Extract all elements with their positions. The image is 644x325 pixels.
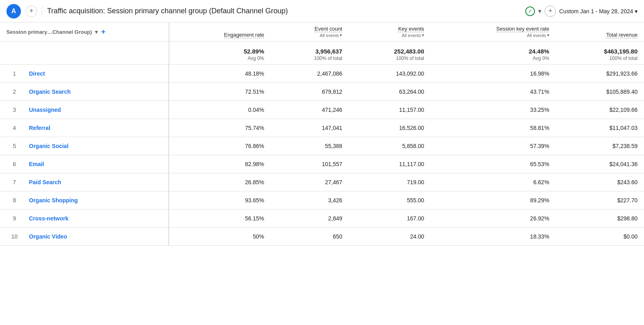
dimension-label: Session primary…Channel Group)	[6, 29, 92, 35]
totals-row: 52.89% Avg 0% 3,956,637 100% of total 25…	[0, 41, 644, 65]
add-account-button[interactable]: +	[26, 6, 37, 17]
event-count-5: 101,557	[270, 155, 349, 173]
engagement-rate-3: 75.74%	[169, 119, 270, 137]
avatar: A	[6, 4, 21, 19]
event-count-6: 27,467	[270, 173, 349, 191]
channel-name-5[interactable]: Email	[29, 161, 44, 167]
total-revenue-label: Total revenue	[606, 32, 638, 38]
totals-key-events: 252,483.00 100% of total	[349, 41, 431, 65]
engagement-rate-4: 76.86%	[169, 137, 270, 155]
dimension-dropdown-arrow[interactable]: ▾	[95, 29, 98, 35]
channel-name-8[interactable]: Cross-network	[29, 215, 68, 222]
session-key-rate-label: Session key event rate	[496, 26, 549, 32]
key-events-2: 11,157.00	[349, 101, 431, 119]
total-revenue-7: $227.70	[556, 191, 644, 210]
engagement-rate-1: 72.51%	[169, 83, 270, 101]
dim-cell-0: 1 Direct	[0, 65, 169, 82]
data-table: Session primary…Channel Group) ▾ + Engag…	[0, 23, 644, 246]
session-key-rate-6: 6.62%	[431, 173, 556, 191]
key-events-5: 11,117.00	[349, 155, 431, 173]
event-count-dropdown[interactable]: ▾	[340, 33, 342, 38]
add-dimension-button[interactable]: +	[101, 28, 105, 36]
add-filter-button[interactable]: +	[545, 6, 556, 17]
table-row: 9 Cross-network 56.15% 2,849 167.00 26.9…	[0, 210, 644, 228]
key-events-9: 24.00	[349, 228, 431, 246]
dim-cell-3: 4 Referral	[0, 119, 169, 137]
event-count-4: 55,388	[270, 137, 349, 155]
row-number-2: 3	[6, 107, 23, 113]
dim-cell-2: 3 Unassigned	[0, 101, 169, 119]
session-key-rate-5: 65.53%	[431, 155, 556, 173]
header-bar: A + Traffic acquisition: Session primary…	[0, 0, 644, 23]
session-key-rate-7: 89.29%	[431, 191, 556, 210]
dim-cell-5: 6 Email	[0, 155, 169, 173]
totals-engagement-rate: 52.89% Avg 0%	[169, 41, 270, 65]
filter-chevron-button[interactable]: ▾	[538, 7, 541, 15]
engagement-rate-5: 82.98%	[169, 155, 270, 173]
session-key-rate-0: 16.98%	[431, 65, 556, 83]
channel-name-4[interactable]: Organic Social	[29, 143, 68, 149]
engagement-rate-6: 26.85%	[169, 173, 270, 191]
dimension-column-header: Session primary…Channel Group) ▾ +	[0, 23, 169, 41]
row-number-3: 4	[6, 125, 23, 131]
page-title: Traffic acquisition: Session primary cha…	[47, 7, 520, 15]
row-number-6: 7	[6, 179, 23, 185]
event-count-9: 650	[270, 228, 349, 246]
key-events-1: 63,264.00	[349, 83, 431, 101]
session-key-rate-2: 33.25%	[431, 101, 556, 119]
key-events-label: Key events	[398, 26, 424, 32]
totals-dim-cell	[0, 41, 169, 65]
session-key-rate-4: 57.39%	[431, 137, 556, 155]
total-revenue-header[interactable]: Total revenue	[556, 23, 644, 41]
session-key-rate-9: 18.33%	[431, 228, 556, 246]
table-row: 6 Email 82.98% 101,557 11,117.00 65.53% …	[0, 155, 644, 173]
channel-name-0[interactable]: Direct	[29, 70, 45, 77]
engagement-rate-9: 50%	[169, 228, 270, 246]
engagement-rate-0: 48.18%	[169, 65, 270, 83]
engagement-rate-header[interactable]: Engagement rate	[169, 23, 270, 41]
engagement-rate-2: 0.04%	[169, 101, 270, 119]
date-range-chevron: ▾	[635, 8, 638, 14]
totals-event-count: 3,956,637 100% of total	[270, 41, 349, 65]
event-count-0: 2,467,086	[270, 65, 349, 83]
channel-name-7[interactable]: Organic Shopping	[29, 197, 78, 204]
session-key-rate-header[interactable]: Session key event rate All events ▾	[431, 23, 556, 41]
verified-icon: ✓	[525, 6, 535, 16]
totals-revenue: $463,195.80 100% of total	[556, 41, 644, 65]
session-key-rate-dropdown[interactable]: ▾	[547, 33, 549, 38]
event-count-header[interactable]: Event count All events ▾	[270, 23, 349, 41]
table-container: Session primary…Channel Group) ▾ + Engag…	[0, 23, 644, 246]
total-revenue-2: $22,109.66	[556, 101, 644, 119]
channel-name-6[interactable]: Paid Search	[29, 179, 61, 185]
session-key-rate-8: 26.92%	[431, 210, 556, 228]
session-key-rate-1: 43.71%	[431, 83, 556, 101]
total-revenue-0: $291,923.66	[556, 65, 644, 83]
table-row: 7 Paid Search 26.85% 27,467 719.00 6.62%…	[0, 173, 644, 191]
row-number-7: 8	[6, 197, 23, 204]
event-count-3: 147,041	[270, 119, 349, 137]
key-events-sub: All events	[402, 33, 421, 38]
table-row: 8 Organic Shopping 93.65% 3,426 555.00 8…	[0, 191, 644, 210]
channel-name-3[interactable]: Referral	[29, 125, 50, 131]
key-events-dropdown[interactable]: ▾	[422, 33, 424, 38]
key-events-header[interactable]: Key events All events ▾	[349, 23, 431, 41]
event-count-1: 679,812	[270, 83, 349, 101]
key-events-4: 5,858.00	[349, 137, 431, 155]
total-revenue-4: $7,238.59	[556, 137, 644, 155]
key-events-6: 719.00	[349, 173, 431, 191]
table-row: 3 Unassigned 0.04% 471,246 11,157.00 33.…	[0, 101, 644, 119]
channel-name-1[interactable]: Organic Search	[29, 88, 71, 95]
row-number-8: 9	[6, 215, 23, 222]
table-header-row: Session primary…Channel Group) ▾ + Engag…	[0, 23, 644, 41]
total-revenue-5: $24,041.36	[556, 155, 644, 173]
row-number-1: 2	[6, 88, 23, 95]
total-revenue-1: $105,889.40	[556, 83, 644, 101]
session-key-rate-sub: All events	[527, 33, 546, 38]
total-revenue-3: $11,047.03	[556, 119, 644, 137]
channel-name-2[interactable]: Unassigned	[29, 107, 61, 113]
table-row: 5 Organic Social 76.86% 55,388 5,858.00 …	[0, 137, 644, 155]
channel-name-9[interactable]: Organic Video	[29, 233, 67, 240]
date-range-selector[interactable]: Custom Jan 1 - May 28, 2024 ▾	[559, 8, 638, 14]
total-revenue-6: $243.60	[556, 173, 644, 191]
table-row: 4 Referral 75.74% 147,041 16,526.00 58.8…	[0, 119, 644, 137]
